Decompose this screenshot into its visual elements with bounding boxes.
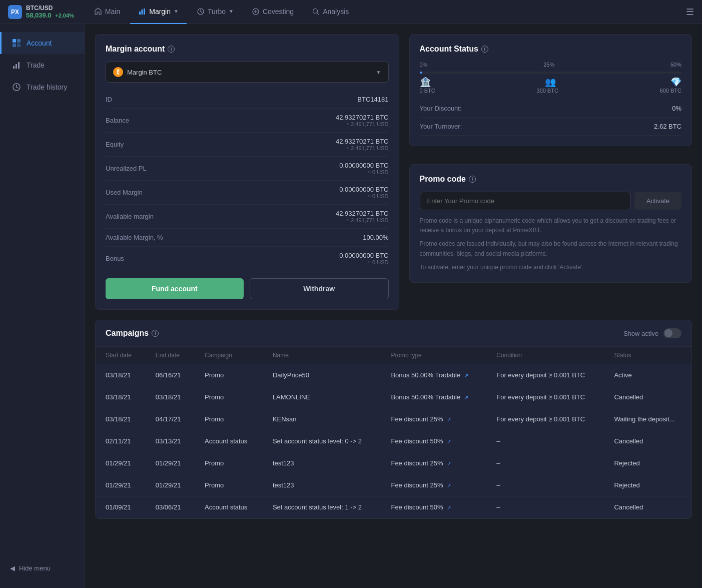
- external-link-icon[interactable]: ↗: [447, 417, 451, 422]
- col-name: Name: [263, 347, 381, 364]
- table-row: 03/18/21 04/17/21 Promo KENsan Fee disco…: [96, 408, 691, 430]
- hide-menu-button[interactable]: ◀ Hide menu: [10, 564, 75, 572]
- sidebar: Account Trade Trade history ◀ Hide menu: [0, 24, 85, 588]
- cell-name: test123: [263, 474, 381, 496]
- price-display: 58,039.0 +2.04%: [26, 12, 74, 19]
- nav-margin[interactable]: Margin ▼: [130, 0, 187, 24]
- field-balance: Balance 42.93270271 BTC ≈ 2,491,771 USD: [106, 109, 389, 133]
- nav-covesting[interactable]: Covesting: [244, 0, 302, 24]
- main-content: Margin account i ₿ Margin BTC ▼ ID BTC14…: [85, 24, 702, 588]
- withdraw-button[interactable]: Withdraw: [250, 278, 389, 299]
- analysis-icon: [312, 8, 320, 16]
- col-campaign: Campaign: [195, 347, 263, 364]
- external-link-icon[interactable]: ↗: [464, 395, 468, 400]
- account-fields: ID BTC14181 Balance 42.93270271 BTC ≈ 2,…: [106, 91, 389, 270]
- nav-items: Main Margin ▼ Turbo ▼ Covesting: [86, 0, 686, 24]
- external-link-icon[interactable]: ↗: [464, 373, 468, 378]
- margin-account-card: Margin account i ₿ Margin BTC ▼ ID BTC14…: [95, 34, 399, 310]
- sidebar-item-trade-history[interactable]: Trade history: [0, 76, 85, 98]
- col-condition: Condition: [486, 347, 604, 364]
- field-unrealized-pl: Unrealized PL 0.00000000 BTC ≈ 0 USD: [106, 157, 389, 181]
- cell-start-date: 01/29/21: [96, 452, 146, 474]
- promo-input-row: Activate: [420, 192, 682, 210]
- cell-status: Active: [604, 364, 691, 386]
- field-used-margin: Used Margin 0.00000000 BTC ≈ 0 USD: [106, 181, 389, 205]
- field-available-margin-pct: Available Margin, % 100.00%: [106, 229, 389, 247]
- nav-main[interactable]: Main: [86, 0, 128, 24]
- account-status-info-icon[interactable]: i: [481, 46, 488, 53]
- margin-account-title: Margin account i: [106, 45, 389, 54]
- col-end-date: End date: [146, 347, 195, 364]
- col-status: Status: [604, 347, 691, 364]
- table-row: 02/11/21 03/13/21 Account status Set acc…: [96, 430, 691, 452]
- cell-end-date: 01/29/21: [146, 452, 195, 474]
- external-link-icon[interactable]: ↗: [447, 461, 451, 466]
- field-id: ID BTC14181: [106, 91, 389, 109]
- show-active-row: Show active: [623, 328, 681, 338]
- campaigns-info-icon[interactable]: i: [152, 330, 159, 337]
- cell-start-date: 03/18/21: [96, 386, 146, 408]
- svg-rect-8: [13, 44, 16, 47]
- cell-name: Set account status level: 1 -> 2: [263, 496, 381, 518]
- progress-icons: 🏦 👥 💎: [420, 77, 682, 88]
- brand-info: BTC/USD 58,039.0 +2.04%: [26, 5, 74, 19]
- margin-account-info-icon[interactable]: i: [168, 46, 175, 53]
- sidebar-bottom: ◀ Hide menu: [0, 556, 85, 580]
- promo-code-title: Promo code i: [420, 175, 682, 184]
- fund-account-button[interactable]: Fund account: [106, 278, 244, 299]
- promo-code-info-icon[interactable]: i: [469, 176, 476, 183]
- external-link-icon[interactable]: ↗: [447, 483, 451, 488]
- campaigns-header: Campaigns i Show active: [96, 320, 691, 347]
- cell-campaign: Promo: [195, 364, 263, 386]
- field-equity: Equity 42.93270271 BTC ≈ 2,491,771 USD: [106, 133, 389, 157]
- cell-campaign: Promo: [195, 408, 263, 430]
- action-buttons: Fund account Withdraw: [106, 278, 389, 299]
- brand: PX BTC/USD 58,039.0 +2.04%: [8, 5, 74, 19]
- cell-condition: –: [486, 496, 604, 518]
- cell-promo-type: Fee discount 50% ↗: [381, 496, 486, 518]
- tier-0-icon: 🏦: [420, 77, 431, 88]
- promo-code-input[interactable]: [420, 192, 630, 210]
- cell-start-date: 03/18/21: [96, 364, 146, 386]
- cell-end-date: 03/13/21: [146, 430, 195, 452]
- col-promo-type: Promo type: [381, 347, 486, 364]
- cell-campaign: Promo: [195, 474, 263, 496]
- cell-status: Rejected: [604, 452, 691, 474]
- svg-rect-0: [139, 12, 141, 15]
- cell-end-date: 03/06/21: [146, 496, 195, 518]
- sidebar-item-account[interactable]: Account: [0, 32, 85, 54]
- cell-condition: –: [486, 430, 604, 452]
- cell-status: Waiting the deposit...: [604, 408, 691, 430]
- account-selector[interactable]: ₿ Margin BTC ▼: [106, 62, 389, 83]
- cell-condition: For every deposit ≥ 0.001 BTC: [486, 408, 604, 430]
- progress-bar-container: 0% 25% 50% 🏦 👥 💎 0 B: [420, 62, 682, 94]
- cell-condition: For every deposit ≥ 0.001 BTC: [486, 386, 604, 408]
- cell-condition: –: [486, 452, 604, 474]
- hamburger-menu[interactable]: ☰: [686, 7, 694, 18]
- show-active-toggle[interactable]: [663, 328, 681, 338]
- external-link-icon[interactable]: ↗: [447, 439, 451, 444]
- cell-name: KENsan: [263, 408, 381, 430]
- nav-turbo[interactable]: Turbo ▼: [189, 0, 242, 24]
- table-row: 01/29/21 01/29/21 Promo test123 Fee disc…: [96, 452, 691, 474]
- account-status-card: Account Status i 0% 25% 50% �: [409, 34, 692, 146]
- table-row: 03/18/21 03/18/21 Promo LAMONLINE Bonus …: [96, 386, 691, 408]
- cell-end-date: 06/16/21: [146, 364, 195, 386]
- discount-row: Your Discount: 0%: [420, 100, 682, 118]
- cell-status: Rejected: [604, 474, 691, 496]
- activate-button[interactable]: Activate: [634, 192, 681, 210]
- progress-track: [420, 72, 682, 74]
- chart-icon: [138, 8, 146, 16]
- svg-rect-2: [144, 9, 145, 15]
- sidebar-trade-label: Trade: [27, 61, 45, 69]
- cell-condition: For every deposit ≥ 0.001 BTC: [486, 364, 604, 386]
- svg-rect-7: [17, 39, 21, 43]
- svg-rect-11: [16, 64, 17, 69]
- nav-analysis[interactable]: Analysis: [304, 0, 357, 24]
- table-row: 03/18/21 06/16/21 Promo DailyPrice50 Bon…: [96, 364, 691, 386]
- btc-labels: 0 BTC 300 BTC 600 BTC: [420, 88, 682, 94]
- field-bonus: Bonus 0.00000000 BTC ≈ 0 USD: [106, 247, 389, 270]
- external-link-icon[interactable]: ↗: [447, 505, 451, 510]
- promo-description: Promo code is a unique alphanumeric code…: [420, 216, 682, 272]
- sidebar-item-trade[interactable]: Trade: [0, 54, 85, 76]
